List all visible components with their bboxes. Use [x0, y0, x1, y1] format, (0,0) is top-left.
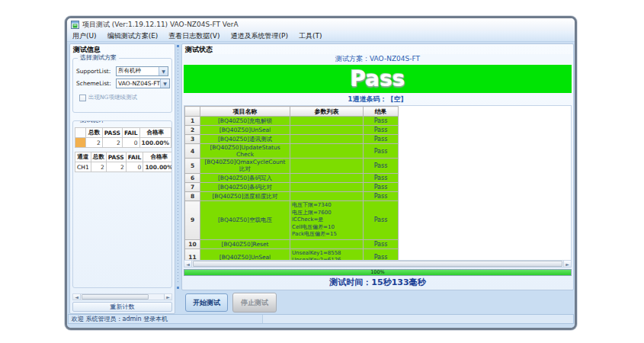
test-time-line: 测试时间：15秒133毫秒 — [184, 277, 572, 289]
test-item-row[interactable]: 4 [BQ40Z50]UpdateStatus Check Pass — [185, 144, 399, 159]
test-stats-group: 测试统计 总数 PASS FAIL 合格率 2 2 0 — [72, 120, 172, 288]
test-item-row[interactable]: 5 [BQ40Z50]QmaxCycleCount比对 Pass — [185, 159, 399, 174]
schemelist-select[interactable]: VAO-NZ04S-FT ▼ — [116, 79, 170, 88]
menu-channel-system[interactable]: 通道及系统管理(P) — [226, 31, 293, 41]
continue-on-ng-checkbox[interactable] — [79, 95, 86, 101]
total-stats-table: 总数 PASS FAIL 合格率 2 2 0 100.00% — [75, 127, 171, 148]
item-result: Pass — [364, 117, 399, 126]
item-number: 9 — [185, 201, 200, 240]
stat-pass: 2 — [102, 138, 122, 148]
test-item-row[interactable]: 7 [BQ40Z50]条码比对 Pass — [185, 183, 399, 192]
stat-total: 2 — [85, 138, 102, 148]
result-banner: Pass — [184, 65, 572, 93]
supportlist-value: 所有机种 — [117, 67, 159, 75]
item-name: [BQ40Z50]UnSeal — [200, 126, 290, 135]
test-item-row[interactable]: 10 [BQ40Z50]Reset Pass — [185, 239, 399, 248]
scroll-left-icon[interactable]: ◄ — [73, 294, 81, 300]
schemelist-label: SchemeList: — [76, 80, 116, 87]
list-horizontal-scrollbar[interactable]: ◄ ► — [184, 260, 571, 267]
scroll-thumb[interactable] — [82, 294, 149, 300]
stat-pass: 2 — [106, 162, 126, 172]
scroll-right-icon[interactable]: ► — [563, 261, 571, 267]
item-number: 2 — [185, 126, 200, 135]
stat-header: 总数 — [85, 128, 102, 138]
splitter-nub — [177, 45, 179, 47]
main-area: 测试信息 选择测试方案 SupportList: 所有机种 ▼ SchemeLi… — [67, 43, 575, 328]
app-icon — [71, 21, 79, 29]
item-params — [290, 144, 364, 159]
test-item-row[interactable]: 1 [BQ40Z50]充电解锁 Pass — [185, 117, 399, 126]
stat-channel: CH1 — [75, 162, 91, 172]
stat-total: 2 — [91, 162, 106, 172]
item-name: [BQ40Z50]温度精度比对 — [200, 192, 290, 201]
item-name: [BQ40Z50]Reset — [200, 239, 290, 248]
scroll-thumb[interactable] — [193, 261, 562, 267]
channel-barcode-line: 1通道条码：【空】 — [184, 95, 572, 104]
test-item-row[interactable]: 9 [BQ40Z50]空载电压 电压下限=7340 电压上限=7600 ICCh… — [185, 201, 399, 240]
scroll-left-icon[interactable]: ◄ — [184, 261, 192, 267]
progress-label: 100% — [370, 270, 385, 275]
test-item-row[interactable]: 2 [BQ40Z50]UnSeal Pass — [185, 126, 399, 135]
item-params — [290, 117, 364, 126]
item-params — [290, 159, 364, 174]
items-header-name: 项目名称 — [200, 107, 290, 117]
menu-view-log[interactable]: 查看日志数据(V) — [163, 31, 225, 41]
item-name: [BQ40Z50]通讯测试 — [200, 135, 290, 144]
chevron-down-icon[interactable]: ▼ — [159, 67, 168, 75]
item-params — [290, 135, 364, 144]
continue-on-ng-label: 出现NG项继续测试 — [88, 94, 137, 101]
menu-edit-scheme[interactable]: 编辑测试方案(E) — [102, 31, 164, 41]
stat-header — [75, 128, 86, 138]
window-title: 项目测试 (Ver:1.19.12.11) VAO-NZ04S-FT VerA — [82, 20, 239, 30]
stat-rate: 100.00% — [139, 138, 171, 148]
stat-fail: 0 — [122, 138, 139, 148]
item-number: 7 — [185, 183, 200, 192]
title-bar: 项目测试 (Ver:1.19.12.11) VAO-NZ04S-FT VerA — [67, 18, 575, 31]
test-items-body: 1 [BQ40Z50]充电解锁 Pass 2 [BQ40Z50]UnSeal P… — [185, 117, 399, 266]
item-number: 10 — [185, 239, 200, 248]
item-params: 电压下限=7340 电压上限=7600 ICCheck=是 Cell电压偏差=1… — [290, 201, 364, 240]
stat-header: FAIL — [122, 128, 139, 138]
stat-header: PASS — [106, 152, 126, 162]
status-spacer — [263, 315, 573, 323]
stat-header: 合格率 — [139, 128, 171, 138]
item-result: Pass — [364, 201, 399, 240]
item-number: 5 — [185, 159, 200, 174]
stat-fail: 0 — [126, 162, 143, 172]
test-item-row[interactable]: 6 [BQ40Z50]条码写入 Pass — [185, 174, 399, 183]
item-name: [BQ40Z50]充电解锁 — [200, 117, 290, 126]
start-test-button[interactable]: 开始测试 — [185, 293, 228, 312]
menu-user[interactable]: 用户(U) — [67, 31, 102, 41]
stat-header: 通道 — [75, 152, 91, 162]
schemelist-value: VAO-NZ04S-FT — [117, 80, 160, 87]
item-result: Pass — [364, 126, 399, 135]
item-name: [BQ40Z50]QmaxCycleCount比对 — [200, 159, 290, 174]
stat-header: 总数 — [91, 152, 106, 162]
test-items-table: 项目名称 参数列表 结果 1 [BQ40Z50]充电解锁 Pass 2 [BQ4… — [184, 106, 399, 266]
supportlist-select[interactable]: 所有机种 ▼ — [116, 66, 168, 76]
stop-test-button: 停止测试 — [232, 293, 277, 313]
scheme-line: 测试方案：VAO-NZ04S-FT — [184, 54, 572, 64]
channel-stats-table: 通道 总数 PASS FAIL 合格率 温度 CH1 2 2 0 100.00% — [75, 152, 172, 172]
item-result: Pass — [364, 192, 399, 201]
test-status-panel: 测试状态 测试方案：VAO-NZ04S-FT Pass 1通道条码：【空】 项目… — [181, 43, 574, 290]
left-horizontal-scrollbar[interactable]: ◄ ► — [72, 293, 172, 300]
stat-header: 合格率 — [143, 152, 172, 162]
item-result: Pass — [364, 159, 399, 174]
stat-header: FAIL — [126, 152, 143, 162]
item-result: Pass — [364, 183, 399, 192]
stat-indicator-cell — [75, 138, 86, 148]
item-number: 4 — [185, 144, 200, 159]
panel-splitter[interactable] — [175, 43, 181, 290]
test-info-panel: 测试信息 选择测试方案 SupportList: 所有机种 ▼ SchemeLi… — [69, 43, 175, 314]
test-item-row[interactable]: 3 [BQ40Z50]通讯测试 Pass — [185, 135, 399, 144]
item-number: 1 — [185, 117, 200, 126]
scheme-select-group: 选择测试方案 SupportList: 所有机种 ▼ SchemeList: V… — [72, 58, 172, 113]
menu-tools[interactable]: 工具(T) — [293, 31, 328, 41]
test-items-listview: 项目名称 参数列表 结果 1 [BQ40Z50]充电解锁 Pass 2 [BQ4… — [184, 105, 572, 268]
splitter-nub — [177, 287, 179, 289]
item-number: 6 — [185, 174, 200, 183]
test-item-row[interactable]: 8 [BQ40Z50]温度精度比对 Pass — [185, 192, 399, 201]
chevron-down-icon[interactable]: ▼ — [160, 79, 169, 88]
scroll-right-icon[interactable]: ► — [164, 294, 171, 300]
